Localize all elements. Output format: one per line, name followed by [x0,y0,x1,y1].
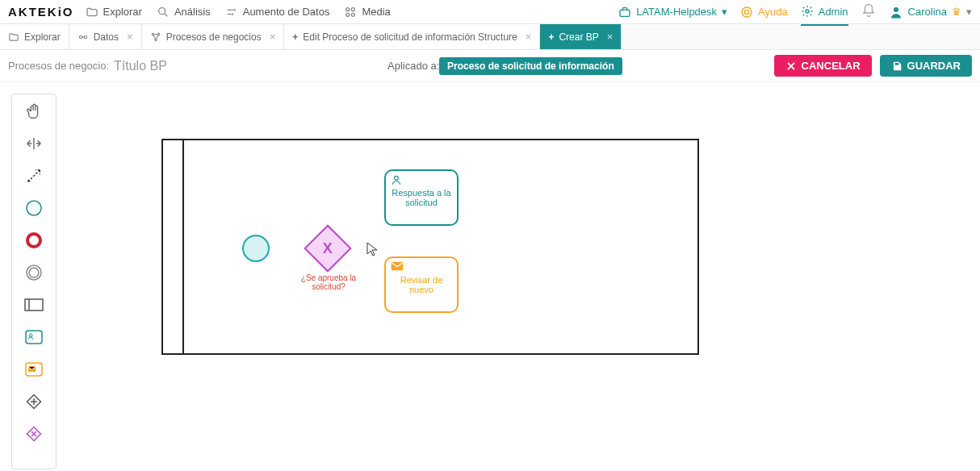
user-icon [391,174,402,185]
chevron-down-icon: ▾ [966,6,972,18]
nav-augment-label: Aumento de Datos [243,6,330,18]
task-label: Respuesta a la solicitud [389,188,454,207]
nav-explore-label: Explorar [103,6,142,18]
circle-bold-icon [25,231,43,249]
task-label: Revisar de nuevo [389,275,454,294]
close-icon[interactable]: × [526,31,532,43]
hand-icon [25,102,43,120]
process-icon [150,31,161,43]
svg-point-27 [395,176,399,180]
bp-title-input[interactable]: Título BP [114,59,167,73]
tab-create-bp[interactable]: + Crear BP × [540,24,622,49]
nav-help[interactable]: Ayuda [740,6,788,19]
svg-rect-5 [620,10,630,16]
svg-point-0 [159,7,165,14]
nav-admin[interactable]: Admin [801,5,848,26]
close-icon[interactable]: × [127,31,133,43]
brand-logo[interactable]: AKTEKiO [8,5,74,19]
plus-icon: + [292,31,298,43]
tab-edit-structure[interactable]: + Edit Proceso de solicitud de informaci… [284,24,540,49]
nav-help-label: Ayuda [758,6,788,18]
svg-point-22 [29,334,32,337]
link-icon [77,31,89,43]
palette-intermediate-event[interactable] [23,262,44,283]
user-task-node[interactable]: Respuesta a la solicitud [384,169,459,226]
svg-point-1 [346,7,350,10]
palette-start-event[interactable] [23,198,44,219]
palette-mail-task[interactable] [23,359,44,380]
pool-header[interactable] [163,140,184,353]
svg-point-12 [152,33,153,35]
svg-point-18 [29,268,39,277]
mail-task-icon [25,362,43,377]
palette-end-event[interactable] [23,230,44,251]
bpmn-pool[interactable]: X ¿Se aprueba la solicitud? Respuesta a … [161,139,699,355]
nav-analysis[interactable]: Análisis [157,6,211,19]
svg-point-16 [27,234,40,247]
tab-label: Procesos de negocios [166,31,262,43]
diamond-plus-icon [25,393,43,411]
close-icon [785,60,797,72]
media-icon [344,6,357,19]
cancel-button[interactable]: CANCELAR [774,55,872,77]
tab-label: Datos [94,31,119,43]
svg-point-13 [157,33,159,35]
palette-exclusive-gateway[interactable] [23,423,44,444]
cursor-icon [366,242,378,256]
svg-point-7 [744,10,748,14]
space-tool[interactable] [23,133,44,154]
user-task-icon [25,330,43,344]
svg-point-10 [79,35,82,39]
save-button-label: GUARDAR [907,60,961,72]
bidir-arrows-icon [25,135,43,152]
palette-pool[interactable] [23,294,44,315]
palette-user-task[interactable] [23,327,44,348]
pool-icon [24,298,44,311]
user-menu[interactable]: Carolina ♛ ▾ [889,5,972,19]
gateway-label[interactable]: ¿Se aprueba la solicitud? [296,273,361,291]
svg-point-14 [154,39,156,40]
save-button[interactable]: GUARDAR [880,55,972,77]
tab-processes[interactable]: Procesos de negocios × [142,24,285,49]
diamond-x-icon [25,425,43,443]
hand-tool[interactable] [23,101,44,122]
gear-icon [801,5,814,18]
palette-parallel-gateway[interactable] [23,391,44,412]
mail-task-node[interactable]: Revisar de nuevo [384,256,459,313]
bell-icon [861,3,876,18]
nav-media[interactable]: Media [344,6,390,19]
nav-analysis-label: Análisis [174,6,211,18]
nav-augment[interactable]: Aumento de Datos [225,6,330,19]
svg-rect-21 [26,331,42,344]
close-icon[interactable]: × [607,31,614,43]
svg-point-8 [806,10,809,13]
notifications-button[interactable] [861,3,876,20]
start-event-node[interactable] [242,235,270,262]
user-icon [889,5,903,19]
circle-thin-icon [25,199,43,217]
workspace-name: LATAM-Helpdesk [636,6,717,18]
workspace-selector[interactable]: LATAM-Helpdesk ▾ [618,6,727,19]
applied-to-badge[interactable]: Proceso de solicitud de información [439,57,622,75]
tab-label: Crear BP [559,31,598,43]
connect-tool[interactable] [23,165,44,186]
search-icon [157,6,170,19]
svg-point-2 [352,7,355,10]
svg-point-9 [894,7,898,12]
tab-explore[interactable]: Explorar [0,24,69,49]
sliders-icon [225,6,238,19]
lifebuoy-icon [740,6,753,19]
tab-data[interactable]: Datos × [69,24,142,49]
svg-point-6 [742,7,752,17]
exclusive-gateway-node[interactable]: X [304,224,351,272]
save-icon [891,60,903,72]
gateway-x-icon: X [323,240,333,256]
svg-point-3 [346,13,350,16]
close-icon[interactable]: × [270,31,276,43]
bpmn-canvas[interactable]: X ¿Se aprueba la solicitud? Respuesta a … [57,82,980,469]
svg-rect-19 [25,299,43,311]
folder-icon [8,31,19,43]
plus-icon: + [548,31,554,43]
svg-point-15 [27,201,41,215]
nav-explore[interactable]: Explorar [86,6,142,19]
